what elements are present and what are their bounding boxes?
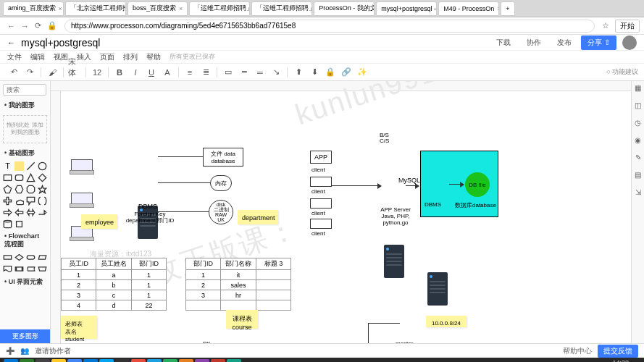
refresh-icon[interactable]: ⟳ xyxy=(35,21,41,30)
terminal-shape-icon[interactable] xyxy=(26,253,35,262)
manual-shape-icon[interactable] xyxy=(38,264,47,274)
section-my-shapes[interactable]: • 我的图形 xyxy=(0,98,50,112)
app-icon[interactable] xyxy=(99,359,114,362)
more-shapes-button[interactable]: 更多图形 xyxy=(0,329,50,343)
share-button[interactable]: 分享 ⇧ xyxy=(581,35,616,50)
lock-icon[interactable]: 🔒 xyxy=(324,66,337,79)
clock-icon[interactable]: ◷ xyxy=(633,119,643,129)
cross-shape-icon[interactable] xyxy=(3,196,12,206)
star-shape-icon[interactable] xyxy=(38,185,47,194)
octagon-shape-icon[interactable] xyxy=(26,185,35,194)
collaborator-icon[interactable]: 👥 xyxy=(20,347,29,355)
back-icon[interactable]: ⬇ xyxy=(308,66,321,79)
close-icon[interactable]: × xyxy=(59,5,62,12)
roundrect-shape-icon[interactable] xyxy=(14,173,24,182)
document-shape-icon[interactable] xyxy=(3,264,12,274)
export-icon[interactable]: ⇲ xyxy=(633,188,643,198)
section-basic[interactable]: • 基础图形 xyxy=(0,146,50,160)
arrow-right-icon[interactable] xyxy=(3,208,12,217)
browser-tab[interactable]: 「运维工程师招聘」...× xyxy=(251,1,312,16)
arrow-bi-icon[interactable] xyxy=(26,208,35,217)
browser-tab[interactable]: ProcessOn - 我的文件× xyxy=(314,1,375,16)
app-icon[interactable] xyxy=(131,359,146,362)
line-icon[interactable]: ━ xyxy=(238,66,251,79)
cube-shape-icon[interactable] xyxy=(14,219,24,229)
teacher-sticky[interactable]: 老师表 表名 student xyxy=(61,316,97,339)
client-box[interactable] xyxy=(310,219,332,229)
app-box[interactable]: APP xyxy=(310,151,332,164)
menu-page[interactable]: 页面 xyxy=(100,52,114,62)
valign-icon[interactable]: ≣ xyxy=(199,66,212,79)
ip-sticky[interactable]: 10.0.0.8/24 xyxy=(426,316,467,327)
pentagon-shape-icon[interactable] xyxy=(3,185,12,194)
memory-node[interactable]: 内存 xyxy=(210,175,232,191)
storage-shape-icon[interactable] xyxy=(26,264,35,274)
start-menu-icon[interactable]: ⊞ xyxy=(4,359,18,362)
italic-icon[interactable]: I xyxy=(129,66,142,79)
avatar[interactable] xyxy=(622,35,637,50)
server-icon[interactable] xyxy=(427,272,448,306)
triangle-shape-icon[interactable] xyxy=(26,173,35,182)
client-box[interactable] xyxy=(310,177,332,187)
arrow-turn-icon[interactable] xyxy=(38,208,47,217)
coop-button[interactable]: 协作 xyxy=(520,35,548,50)
file-data-box[interactable]: 文件 data database xyxy=(203,148,243,167)
help-center[interactable]: 帮助中心 xyxy=(563,346,592,356)
note-shape-icon[interactable] xyxy=(14,161,24,171)
section-flowchart[interactable]: • Flowchart 流程图 xyxy=(0,230,50,251)
employee-sticky[interactable]: employee xyxy=(81,214,117,229)
comment-icon[interactable]: ✎ xyxy=(633,153,643,164)
menu-help[interactable]: 帮助 xyxy=(146,52,161,62)
circle-shape-icon[interactable] xyxy=(38,161,47,171)
browser-tab[interactable]: boss_百度搜索× xyxy=(127,1,188,16)
line-shape-icon[interactable] xyxy=(26,161,35,171)
course-sticky[interactable]: 课程表 course xyxy=(226,310,258,329)
browser-tab[interactable]: aming_百度搜索× xyxy=(3,1,64,16)
fill-icon[interactable]: ▭ xyxy=(222,66,235,79)
font-size[interactable]: 12 xyxy=(91,66,104,79)
url-input[interactable] xyxy=(64,20,595,33)
dbfile-node[interactable]: DB file xyxy=(465,172,490,197)
cloud-shape-icon[interactable] xyxy=(14,196,24,206)
ruler-icon[interactable]: ▤ xyxy=(633,171,643,181)
link-icon[interactable]: 🔗 xyxy=(340,66,353,79)
decision-shape-icon[interactable] xyxy=(14,253,24,262)
magic-icon[interactable]: ✨ xyxy=(356,66,369,79)
terminal-icon[interactable] xyxy=(115,359,130,362)
server-icon[interactable] xyxy=(384,245,404,278)
browser-tab[interactable]: mysql+postgresql - P× xyxy=(376,1,437,16)
data-shape-icon[interactable] xyxy=(38,253,47,262)
connector-icon[interactable]: ↘ xyxy=(269,66,283,79)
font-select[interactable]: 宋体 ▾ xyxy=(68,66,81,79)
process-shape-icon[interactable] xyxy=(3,253,12,262)
menu-file[interactable]: 文件 xyxy=(7,52,22,62)
xshell-icon[interactable] xyxy=(35,359,50,362)
edge-icon[interactable] xyxy=(83,359,98,362)
browser-tab[interactable]: M49 - ProcessOn× xyxy=(438,1,499,16)
star-icon[interactable]: ☆ xyxy=(602,21,609,30)
close-icon[interactable]: × xyxy=(497,5,499,12)
invite-collaborator[interactable]: 邀请协作者 xyxy=(35,346,71,356)
wechat-icon[interactable] xyxy=(163,359,177,362)
laptop-icon[interactable] xyxy=(71,159,93,172)
vscode-icon[interactable] xyxy=(20,359,34,362)
doc-title[interactable]: mysql+postgresql xyxy=(21,37,100,49)
forward-icon[interactable]: → xyxy=(21,22,29,30)
menu-view[interactable]: 视图 xyxy=(54,52,68,62)
disk-node[interactable]: disk 二进制 RAW UK xyxy=(209,200,233,224)
layers-icon[interactable]: ◫ xyxy=(633,101,643,111)
cylinder-shape-icon[interactable] xyxy=(3,219,12,229)
callout-shape-icon[interactable] xyxy=(26,196,35,206)
app-icon[interactable] xyxy=(211,359,225,362)
menu-arrange[interactable]: 排列 xyxy=(123,52,138,62)
theme-icon[interactable]: ◉ xyxy=(633,136,643,146)
predefined-shape-icon[interactable] xyxy=(14,264,24,274)
back-icon[interactable]: ← xyxy=(7,22,15,30)
shape-search[interactable] xyxy=(3,84,46,96)
department-table[interactable]: 部门ID部门名称标题 31it2sales3hr xyxy=(185,258,291,311)
back-arrow-icon[interactable]: ← xyxy=(7,38,15,47)
redo-icon[interactable]: ↷ xyxy=(23,66,36,79)
browser-tab[interactable]: 「运维工程师招聘」...× xyxy=(189,1,250,16)
text-shape-icon[interactable]: T xyxy=(3,161,12,171)
arrow-left-icon[interactable] xyxy=(14,208,24,217)
